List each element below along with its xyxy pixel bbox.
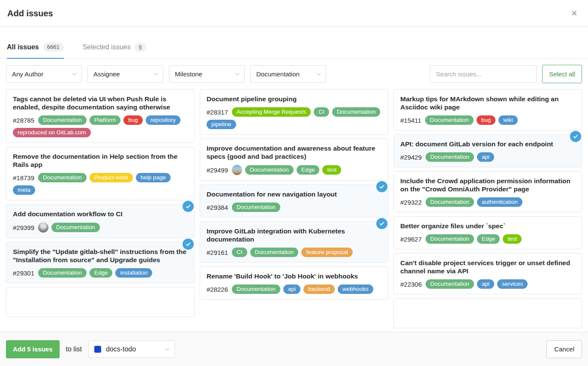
issue-card[interactable]: Remove the documentation in Help section… <box>6 147 195 200</box>
modal-footer: Add 5 issues to list docs-todo Cancel <box>0 332 588 366</box>
issue-meta-row: #29161CIDocumentationfeature proposal <box>207 248 381 257</box>
issue-card[interactable]: Document pipeline grouping#28317Acceptin… <box>200 89 388 135</box>
issue-label: services <box>497 279 528 289</box>
close-icon[interactable]: ✕ <box>568 7 581 20</box>
label-filter-dropdown[interactable]: Documentation <box>250 65 326 83</box>
issue-number: #18739 <box>13 174 34 181</box>
issue-label: webhooks <box>338 284 373 294</box>
issue-number: #29301 <box>13 269 34 277</box>
issue-label: test <box>322 165 341 175</box>
issue-label: test <box>503 234 522 244</box>
issue-label: feature proposal <box>301 248 353 257</box>
issue-card[interactable]: Improve GitLab integration with Kubernet… <box>200 221 388 263</box>
issue-card[interactable]: Simplify the "Update gitlab-shell" instr… <box>6 242 195 283</box>
selected-check-icon <box>376 218 387 229</box>
issue-card[interactable]: Markup tips for MArkdown shown while edi… <box>393 89 582 130</box>
issue-label: Product work <box>90 173 133 182</box>
issue-label: Documentation <box>38 268 87 278</box>
assignee-filter-dropdown[interactable]: Assignee <box>87 65 163 83</box>
issue-card[interactable]: Can't disable project services trigger o… <box>393 253 582 294</box>
issue-label: backend <box>303 284 335 294</box>
list-color-swatch <box>94 346 101 353</box>
dropdown-value: Assignee <box>93 70 120 78</box>
issue-meta-row: #18739DocumentationProduct workhelp page… <box>13 173 188 195</box>
tab-label: Selected issues <box>83 43 131 51</box>
issue-label: CI <box>314 107 329 117</box>
list-name: docs-todo <box>106 345 136 353</box>
issue-label: api <box>477 152 494 162</box>
issue-card[interactable]: Tags cannot be deleted via UI when Push … <box>6 89 195 143</box>
chevron-down-icon <box>235 71 240 76</box>
issue-label: pipeline <box>207 120 236 129</box>
to-list-label: to list <box>66 345 82 353</box>
issue-meta-row: #15411Documentationbugwiki <box>400 115 575 125</box>
issue-meta-row: #29627DocumentationEdgetest <box>400 234 575 244</box>
cancel-button[interactable]: Cancel <box>546 340 582 358</box>
tab-bar: All issues 6661 Selected issues 5 <box>0 27 588 59</box>
tab-selected-issues[interactable]: Selected issues 5 <box>83 42 146 58</box>
selected-check-icon <box>376 181 387 192</box>
issue-number: #29384 <box>207 204 228 211</box>
issue-meta-row: #28785DocumentationPlatformbugrepository… <box>13 115 188 137</box>
issue-label: installation <box>115 268 152 278</box>
issue-meta-row: #28226Documentationapibackendwebhooks <box>207 284 381 294</box>
issue-card[interactable]: Better organize files under `spec`#29627… <box>393 216 582 249</box>
tab-label: All issues <box>7 43 39 51</box>
tab-all-issues[interactable]: All issues 6661 <box>7 42 64 59</box>
issue-meta-row: #29429Documentationapi <box>400 152 575 162</box>
tab-count-badge: 6661 <box>43 42 64 51</box>
issue-title: Rename 'Build Hook' to 'Job Hook' in web… <box>207 272 381 280</box>
issue-label: Platform <box>90 115 120 125</box>
issue-label: Documentation <box>426 197 474 207</box>
list-select-dropdown[interactable]: docs-todo <box>88 340 175 358</box>
selected-check-icon <box>570 131 581 142</box>
issue-number: #28785 <box>13 117 34 124</box>
issue-meta-row: #29499DocumentationEdgetest <box>207 165 381 175</box>
milestone-filter-dropdown[interactable]: Milestone <box>169 65 245 83</box>
issue-label: Documentation <box>250 248 299 257</box>
issue-card[interactable]: Improve documentation and awareness abou… <box>200 139 388 181</box>
issue-meta-row: #22306Documentationapiservices <box>400 279 575 289</box>
issue-label: Documentation <box>426 152 474 162</box>
issues-column-3: Markup tips for MArkdown shown while edi… <box>393 89 582 332</box>
tab-count-badge: 5 <box>135 43 146 52</box>
selected-check-icon <box>183 201 194 212</box>
issue-card[interactable]: API: document GitLab version for each en… <box>393 134 582 167</box>
issue-label: help page <box>136 173 171 182</box>
issue-title: Include the Crowd application permission… <box>400 177 575 193</box>
selected-check-icon <box>183 239 194 250</box>
issue-card-partial[interactable] <box>6 287 195 317</box>
issue-title: Can't disable project services trigger o… <box>400 259 575 275</box>
issue-meta-row: #29384Documentation <box>207 203 381 212</box>
issue-label: bug <box>123 115 143 125</box>
issue-label: reproduced on GitLab.com <box>13 128 91 137</box>
issue-meta-row: #29399Documentation <box>13 222 188 233</box>
author-filter-dropdown[interactable]: Any Author <box>6 65 82 83</box>
issue-card[interactable]: Add documentation workflow to CI#29399Do… <box>6 204 195 238</box>
issue-title: Improve documentation and awareness abou… <box>207 144 381 160</box>
issue-label: Documentation <box>38 115 87 125</box>
issue-label: wiki <box>498 115 518 125</box>
issue-card[interactable]: Include the Crowd application permission… <box>393 171 582 212</box>
issue-title: Better organize files under `spec` <box>400 222 575 230</box>
issue-card-partial[interactable] <box>393 298 582 328</box>
issue-number: #29399 <box>13 224 34 231</box>
issue-label: api <box>477 279 494 289</box>
search-input[interactable] <box>430 65 537 83</box>
issue-label: authentication <box>477 197 522 207</box>
issue-title: Improve GitLab integration with Kubernet… <box>207 227 381 243</box>
issue-card[interactable]: Documentation for new navigation layout#… <box>200 185 388 218</box>
issue-label: Documentation <box>426 279 474 289</box>
issue-card[interactable]: Rename 'Build Hook' to 'Job Hook' in web… <box>200 266 388 299</box>
issue-label: Documentation <box>332 107 381 117</box>
issue-label: Edge <box>297 165 320 175</box>
assignee-avatar <box>38 222 48 233</box>
add-issues-button[interactable]: Add 5 issues <box>6 340 60 358</box>
issue-label: Documentation <box>232 284 280 294</box>
modal-header: Add issues ✕ <box>0 0 588 27</box>
filter-bar: Any Author Assignee Milestone Documentat… <box>0 59 588 89</box>
page-title: Add issues <box>7 9 53 18</box>
select-all-button[interactable]: Select all <box>542 65 582 83</box>
issue-title: API: document GitLab version for each en… <box>400 140 575 148</box>
issue-label: CI <box>232 248 247 257</box>
